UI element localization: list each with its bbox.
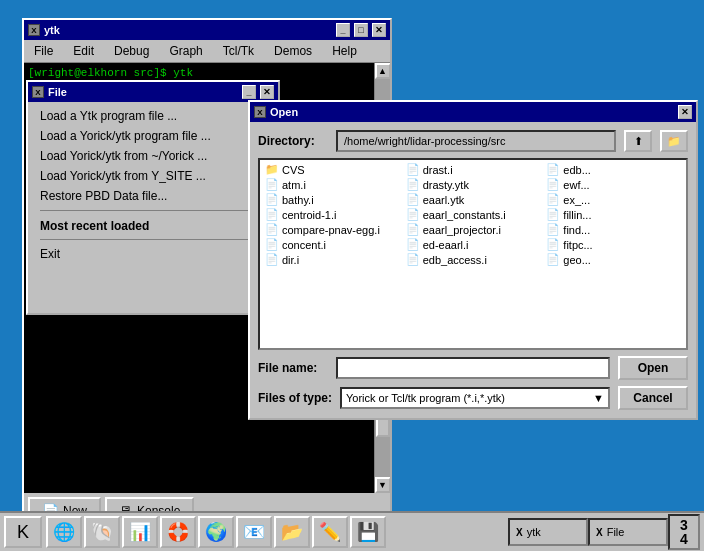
list-item[interactable]: 📄 fitpc... [543, 237, 684, 252]
taskbar-quick-launch: 🌐 🐚 📊 🛟 🌍 📧 📂 ✏️ 💾 [46, 516, 508, 548]
folder-icon: 📁 [265, 163, 279, 176]
open-dialog-close-button[interactable]: ✕ [678, 105, 692, 119]
filetype-label: Files of type: [258, 391, 332, 405]
taskbar: K 🌐 🐚 📊 🛟 🌍 📧 📂 ✏️ 💾 X ytk X File 3 4 [0, 511, 704, 551]
menu-graph[interactable]: Graph [163, 42, 208, 60]
load-yorick-ytk-item[interactable]: Load a Yorick/ytk program file ... [32, 126, 274, 146]
list-item[interactable]: 📁 CVS [262, 162, 403, 177]
load-ytk-item[interactable]: Load a Ytk program file ... [32, 106, 274, 126]
list-item[interactable]: 📄 fillin... [543, 207, 684, 222]
file-menu-window: X File _ ✕ Load a Ytk program file ... L… [26, 80, 280, 315]
menu-tcltk[interactable]: Tcl/Tk [217, 42, 260, 60]
exit-item[interactable]: Exit [32, 244, 274, 264]
open-dialog-window: X Open ✕ Directory: /home/wright/lidar-p… [248, 100, 698, 420]
file-separator-2 [40, 239, 266, 240]
files-icon[interactable]: 📂 [274, 516, 310, 548]
ytk-menubar: File Edit Debug Graph Tcl/Tk Demos Help [24, 40, 390, 63]
file-icon: 📄 [546, 223, 560, 236]
filename-label: File name: [258, 361, 328, 375]
directory-up-button[interactable]: ⬆ [624, 130, 652, 152]
file-icon: 📄 [265, 208, 279, 221]
most-recent-header: Most recent loaded [32, 215, 274, 235]
list-item[interactable]: 📄 bathy.i [262, 192, 403, 207]
list-item[interactable]: 📄 eaarl_constants.i [403, 207, 544, 222]
x-logo-icon: X [28, 24, 40, 36]
monitor-icon[interactable]: 📊 [122, 516, 158, 548]
filetype-row: Files of type: Yorick or Tcl/tk program … [258, 386, 688, 410]
file-task-label: File [607, 526, 625, 538]
file-icon: 📄 [546, 178, 560, 191]
open-dialog-title: Open [270, 106, 298, 118]
list-item[interactable]: 📄 concent.i [262, 237, 403, 252]
menu-edit[interactable]: Edit [67, 42, 100, 60]
list-item[interactable]: 📄 edb_access.i [403, 252, 544, 267]
x-task-icon: X [516, 527, 523, 538]
file-icon: 📄 [406, 223, 420, 236]
clock-number-4: 4 [680, 532, 688, 546]
file-menu-content: Load a Ytk program file ... Load a Yoric… [28, 102, 278, 268]
save-icon[interactable]: 💾 [350, 516, 386, 548]
file-icon: 📄 [406, 193, 420, 206]
paint-icon[interactable]: ✏️ [312, 516, 348, 548]
file-icon: 📄 [406, 238, 420, 251]
maximize-button[interactable]: □ [354, 23, 368, 37]
file-icon: 📄 [265, 223, 279, 236]
list-item[interactable]: 📄 edb... [543, 162, 684, 177]
file-icon: 📄 [265, 253, 279, 266]
menu-file[interactable]: File [28, 42, 59, 60]
list-item[interactable]: 📄 ewf... [543, 177, 684, 192]
file-icon: 📄 [546, 253, 560, 266]
filename-row: File name: Open [258, 356, 688, 380]
globe-icon[interactable]: 🌍 [198, 516, 234, 548]
file-title: File [48, 86, 238, 98]
open-button[interactable]: Open [618, 356, 688, 380]
file-icon: 📄 [406, 178, 420, 191]
list-item[interactable]: 📄 drast.i [403, 162, 544, 177]
ytk-task-label: ytk [527, 526, 541, 538]
load-from-home-item[interactable]: Load Yorick/ytk from ~/Yorick ... [32, 146, 274, 166]
scroll-down-button[interactable]: ▼ [375, 477, 391, 493]
dropdown-arrow-icon: ▼ [593, 392, 604, 404]
start-icon: K [17, 522, 29, 543]
file-close-button[interactable]: ✕ [260, 85, 274, 99]
load-from-ysite-item[interactable]: Load Yorick/ytk from Y_SITE ... [32, 166, 274, 186]
filetype-select[interactable]: Yorick or Tcl/tk program (*.i,*.ytk) ▼ [340, 387, 610, 409]
taskbar-task-ytk[interactable]: X ytk [508, 518, 588, 546]
clock-number-3: 3 [680, 518, 688, 532]
list-item[interactable]: 📄 ed-eaarl.i [403, 237, 544, 252]
mail-icon[interactable]: 📧 [236, 516, 272, 548]
list-item[interactable]: 📄 drasty.ytk [403, 177, 544, 192]
list-item[interactable]: 📄 eaarl.ytk [403, 192, 544, 207]
list-item[interactable]: 📄 ex_... [543, 192, 684, 207]
terminal-line: [wright@elkhorn src]$ ytk [28, 67, 370, 79]
menu-demos[interactable]: Demos [268, 42, 318, 60]
scroll-up-button[interactable]: ▲ [375, 63, 391, 79]
cancel-button[interactable]: Cancel [618, 386, 688, 410]
list-item[interactable]: 📄 find... [543, 222, 684, 237]
file-minimize-button[interactable]: _ [242, 85, 256, 99]
list-item[interactable]: 📄 geo... [543, 252, 684, 267]
restore-pbd-item[interactable]: Restore PBD Data file... [32, 186, 274, 206]
menu-debug[interactable]: Debug [108, 42, 155, 60]
terminal-icon[interactable]: 🐚 [84, 516, 120, 548]
minimize-button[interactable]: _ [336, 23, 350, 37]
menu-help[interactable]: Help [326, 42, 363, 60]
list-item[interactable]: 📄 dir.i [262, 252, 403, 267]
directory-browse-button[interactable]: 📁 [660, 130, 688, 152]
list-item[interactable]: 📄 eaarl_projector.i [403, 222, 544, 237]
close-button[interactable]: ✕ [372, 23, 386, 37]
filename-input[interactable] [336, 357, 610, 379]
x-task2-icon: X [596, 527, 603, 538]
file-separator [40, 210, 266, 211]
list-item[interactable]: 📄 atm.i [262, 177, 403, 192]
file-icon: 📄 [546, 238, 560, 251]
start-button[interactable]: K [4, 516, 42, 548]
list-item[interactable]: 📄 centroid-1.i [262, 207, 403, 222]
file-icon: 📄 [265, 193, 279, 206]
browser-icon[interactable]: 🌐 [46, 516, 82, 548]
taskbar-task-file[interactable]: X File [588, 518, 668, 546]
taskbar-clock: 3 4 [668, 514, 700, 550]
file-icon: 📄 [406, 163, 420, 176]
help-circle-icon[interactable]: 🛟 [160, 516, 196, 548]
list-item[interactable]: 📄 compare-pnav-egg.i [262, 222, 403, 237]
